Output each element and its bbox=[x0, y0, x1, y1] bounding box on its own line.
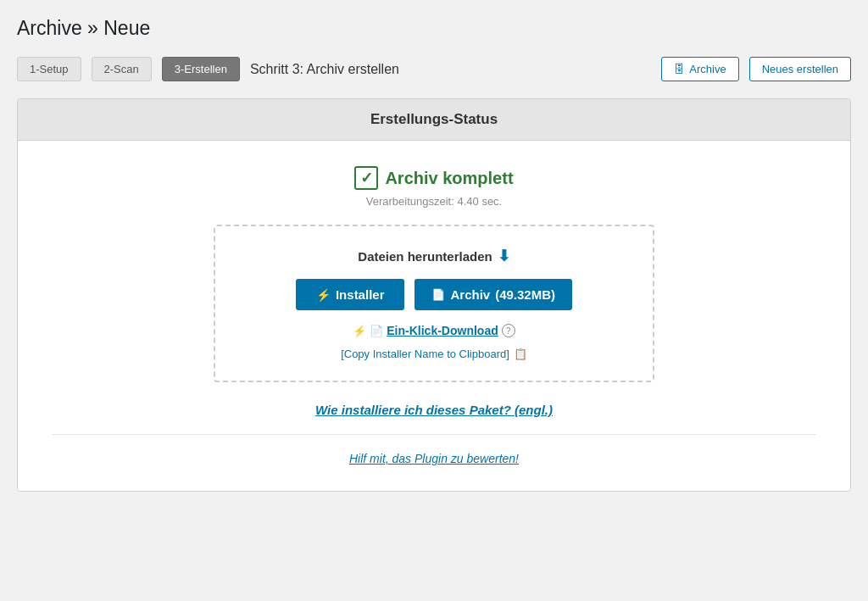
installer-btn-label: Installer bbox=[336, 287, 385, 302]
processing-time: Verarbeitungszeit: 4.40 sec. bbox=[52, 195, 816, 208]
one-click-row: ⚡ 📄 Ein-Klick-Download ? bbox=[241, 324, 627, 337]
installer-button[interactable]: ⚡ Installer bbox=[296, 279, 405, 310]
new-button[interactable]: Neues erstellen bbox=[749, 57, 851, 81]
checkmark-icon: ✓ bbox=[354, 166, 378, 190]
copy-row[interactable]: [Copy Installer Name to Clipboard] 📋 bbox=[241, 348, 627, 360]
rate-plugin-link[interactable]: Hilf mit, das Plugin zu bewerten! bbox=[349, 452, 519, 465]
card-body: ✓ Archiv komplett Verarbeitungszeit: 4.4… bbox=[18, 141, 850, 491]
help-icon[interactable]: ? bbox=[502, 324, 515, 337]
download-section: Dateien herunterladen ⬇ ⚡ Installer 📄 Ar… bbox=[214, 225, 654, 382]
one-click-flash-icon: ⚡ bbox=[353, 325, 366, 337]
page-title: Archive » Neue bbox=[17, 17, 851, 40]
archive-button[interactable]: 🗄 Archive bbox=[661, 57, 738, 81]
divider bbox=[52, 434, 816, 435]
archiv-btn-label: Archiv bbox=[450, 287, 490, 302]
status-complete: ✓ Archiv komplett bbox=[354, 166, 513, 190]
one-click-download-link[interactable]: Ein-Klick-Download bbox=[387, 324, 498, 337]
archiv-size: (49.32MB) bbox=[495, 287, 555, 302]
download-title-label: Dateien herunterladen bbox=[358, 249, 492, 264]
archive-btn-icon: 🗄 bbox=[674, 63, 685, 75]
status-complete-label: Archiv komplett bbox=[385, 169, 513, 188]
step-description: Schritt 3: Archiv erstellen bbox=[250, 62, 651, 77]
processing-time-label: Verarbeitungszeit: bbox=[366, 195, 454, 208]
card-header: Erstellungs-Status bbox=[18, 99, 850, 141]
download-icon: ⬇ bbox=[498, 247, 510, 265]
doc-icon: 📄 bbox=[431, 288, 445, 301]
step1-button[interactable]: 1-Setup bbox=[17, 57, 81, 81]
processing-time-value: 4.40 sec. bbox=[457, 195, 502, 208]
archiv-button[interactable]: 📄 Archiv (49.32MB) bbox=[415, 279, 572, 310]
step2-button[interactable]: 2-Scan bbox=[92, 57, 152, 81]
install-link[interactable]: Wie installiere ich dieses Paket? (engl.… bbox=[315, 403, 553, 417]
clipboard-icon: 📋 bbox=[514, 348, 527, 360]
archive-btn-label: Archive bbox=[689, 63, 726, 75]
main-card: Erstellungs-Status ✓ Archiv komplett Ver… bbox=[17, 98, 851, 492]
copy-label[interactable]: [Copy Installer Name to Clipboard] bbox=[341, 348, 509, 360]
toolbar: 1-Setup 2-Scan 3-Erstellen Schritt 3: Ar… bbox=[17, 57, 851, 81]
download-buttons: ⚡ Installer 📄 Archiv (49.32MB) bbox=[241, 279, 627, 310]
download-title: Dateien herunterladen ⬇ bbox=[358, 247, 509, 265]
step3-button[interactable]: 3-Erstellen bbox=[162, 57, 240, 81]
install-link-row: Wie installiere ich dieses Paket? (engl.… bbox=[52, 403, 816, 417]
rate-row: Hilf mit, das Plugin zu bewerten! bbox=[52, 452, 816, 465]
status-row: ✓ Archiv komplett bbox=[52, 166, 816, 190]
one-click-doc-icon: 📄 bbox=[370, 325, 383, 337]
flash-icon: ⚡ bbox=[316, 288, 331, 302]
